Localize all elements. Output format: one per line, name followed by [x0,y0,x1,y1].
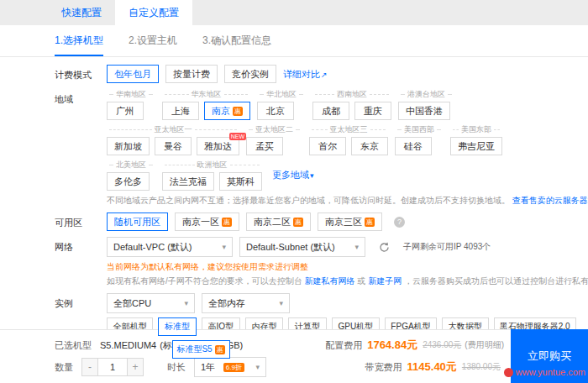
region-sale-link[interactable]: 查看售卖的云服务器地域↗ [512,196,588,205]
zone-option-random[interactable]: 随机可用区 [107,212,168,231]
region-option-singapore[interactable]: 新加坡 [107,137,150,155]
duration-select[interactable]: 1年 6.9折 ▾ [194,357,266,377]
quantity-label: 数量 [55,361,73,374]
network-tip-mid: 或 [357,276,365,286]
hui-badge: 惠 [215,345,225,354]
zone-option-nanjing-1[interactable]: 南京一区惠 [175,212,239,231]
zone-option-label: 南京二区 [254,216,291,228]
region-group-east-china: 华东地区 [162,89,250,100]
tab-custom-config[interactable]: 自定义配置 [115,0,192,25]
watermark-text: www.yuntue.com [516,367,585,377]
region-option-beijing[interactable]: 北京 [257,102,294,120]
zone-row: 可用区 随机可用区 南京一区惠 南京二区惠 南京三区惠 ? [55,212,576,231]
billing-option-postpaid[interactable]: 按量计费 [165,65,218,83]
config-fee-note: (费用明细) [465,339,504,351]
step-confirm-config[interactable]: 3.确认配置信息 [202,25,271,56]
region-group-europe: 欧洲地区 [162,160,262,171]
zone-option-nanjing-3[interactable]: 南京三区惠 [318,212,382,231]
step-set-host[interactable]: 2.设置主机 [129,25,177,56]
config-fee-price: 1764.84元 [367,338,417,353]
region-option-guangzhou[interactable]: 广州 [107,102,144,120]
hui-badge: 惠 [222,218,232,227]
network-tip: 如现有私有网络/子网不符合您的要求，可以去控制台 新建私有网络 或 新建子网 ，… [107,275,576,287]
cpu-filter-select[interactable]: 全部CPU ▾ [107,293,195,313]
billing-row: 计费模式 包年包月 按量计费 竞价实例 详细对比↗ [55,65,576,83]
hui-badge: 惠 [293,218,303,227]
quantity-minus-button[interactable]: - [81,358,98,376]
create-vpc-link[interactable]: 新建私有网络 [305,276,355,286]
more-regions-link[interactable]: 更多地域▾ [272,169,314,181]
subnet-ip-info: 子网剩余可用IP 4093个 [403,241,491,253]
chevron-down-icon: ▾ [279,299,283,307]
zone-option-label: 南京三区 [325,216,362,228]
type-option-label: 标准型S5 [176,344,212,355]
subnet-select-value: Default-Subnet (默认) [246,241,335,254]
region-option-frankfurt[interactable]: 法兰克福 [162,172,214,191]
footer-row-quantity: 数量 - 1 + 时长 1年 6.9折 ▾ 带宽费用 1145.40元 1380… [55,356,504,378]
region-option-chengdu[interactable]: 成都 [312,102,349,120]
region-option-seoul[interactable]: 首尔 [309,137,346,155]
region-note-text: 不同地域云产品之间内网不互通；选择最靠近您客户的地域，可降低访问时延。创建成功后… [107,196,510,205]
region-group-apac-3: 亚太地区三 [309,124,388,135]
create-subnet-link[interactable]: 新建子网 [368,276,402,286]
region-option-hongkong[interactable]: 中国香港 [398,102,450,120]
billing-option-spot[interactable]: 竞价实例 [224,65,276,83]
memory-filter-value: 全部内存 [208,297,245,310]
region-row-apac: 亚太地区一 新加坡 曼谷 雅加达NEW 亚太地区二 孟买 [107,124,576,155]
region-group-southwest: 西南地区 [312,89,391,100]
selected-model-value: S5.MEDIUM4 [100,340,156,350]
vpc-select-value: Default-VPC (默认) [113,241,192,254]
chevron-down-icon: ▾ [354,243,359,251]
hui-badge: 惠 [233,107,243,116]
chevron-down-icon: ▾ [184,299,188,307]
region-option-virginia[interactable]: 弗吉尼亚 [450,137,502,155]
region-option-label: 南京 [212,105,230,118]
refresh-icon[interactable] [379,242,390,253]
billing-label: 计费模式 [55,65,107,83]
region-group-north-china: 华北地区 [257,89,306,100]
zone-option-nanjing-2[interactable]: 南京二区惠 [246,212,311,231]
config-fee-label: 配置费用 [325,339,362,352]
hui-badge: 惠 [365,218,375,227]
region-group-south-china: 华南地区 [107,89,155,100]
region-option-nanjing[interactable]: 南京惠 [204,102,250,120]
purchase-footer: 已选机型 S5.MEDIUM4 (标准型S5, 2核4GB) 配置费用 1764… [0,329,588,383]
chevron-down-icon: ▾ [222,243,226,251]
type-option-s5[interactable]: 标准型S5惠 [172,340,230,359]
step-select-model[interactable]: 1.选择机型 [55,25,103,56]
billing-option-prepaid[interactable]: 包年包月 [107,65,159,83]
quantity-stepper: - 1 + [81,358,144,376]
external-link-icon: ↗ [321,71,328,79]
region-row-other: 北美地区 多伦多 欧洲地区 法兰克福 莫斯科 [107,160,576,191]
subnet-select[interactable]: Default-Subnet (默认) ▾ [239,237,365,257]
region-option-bangkok[interactable]: 曼谷 [155,137,192,155]
family-option-standard[interactable]: 标准型 [158,317,196,336]
region-group-us-west: 美国西部 [395,124,444,135]
memory-filter-select[interactable]: 全部内存 ▾ [202,293,290,313]
discount-badge: 6.9折 [223,363,244,372]
quantity-plus-button[interactable]: + [127,358,144,376]
bandwidth-fee-label: 带宽费用 [365,361,402,374]
region-option-siliconvalley[interactable]: 硅谷 [395,137,432,155]
help-icon[interactable]: ? [394,217,405,228]
region-option-jakarta[interactable]: 雅加达NEW [197,137,239,155]
region-option-mumbai[interactable]: 孟买 [246,137,283,155]
new-badge: NEW [229,133,246,140]
vpc-select[interactable]: Default-VPC (默认) ▾ [107,237,233,257]
region-row: 地域 华南地区 广州 华东地区 上海 南京惠 [55,89,576,207]
network-tip-pre: 如现有私有网络/子网不符合您的要求，可以去控制台 [107,276,302,286]
duration-label: 时长 [167,361,186,374]
billing-compare-link[interactable]: 详细对比↗ [283,68,328,81]
more-regions-text: 更多地域 [272,170,309,180]
region-group-north-america: 北美地区 [107,160,155,171]
region-option-tokyo[interactable]: 东京 [351,137,388,155]
region-option-toronto[interactable]: 多伦多 [107,172,150,191]
tab-quick-config[interactable]: 快速配置 [48,0,115,25]
bandwidth-fee-original: 1380.00元 [462,361,501,373]
region-sale-link-text: 查看售卖的云服务器地域 [512,196,588,205]
quantity-value[interactable]: 1 [98,358,127,376]
region-option-shanghai[interactable]: 上海 [162,102,199,120]
network-row: 网络 Default-VPC (默认) ▾ Default-Subnet (默认… [55,237,576,287]
region-option-moscow[interactable]: 莫斯科 [219,172,262,191]
region-option-chongqing[interactable]: 重庆 [354,102,391,120]
